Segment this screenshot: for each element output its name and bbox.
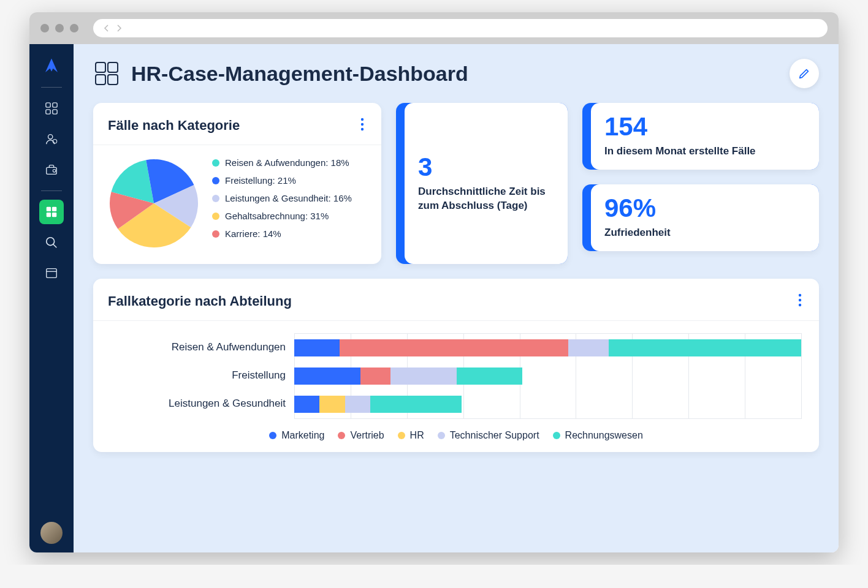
legend-label: Rechnungswesen	[565, 430, 643, 441]
card-title: Fälle nach Kategorie	[108, 118, 240, 134]
svg-point-12	[47, 238, 55, 246]
legend-swatch	[398, 432, 405, 439]
grid-icon	[45, 102, 58, 115]
logo[interactable]	[39, 54, 64, 78]
browser-chrome	[29, 12, 839, 44]
legend-item: Gehaltsabrechnung: 31%	[212, 211, 367, 221]
window-icon	[45, 266, 58, 280]
legend-item: Karriere: 14%	[212, 228, 367, 239]
divider	[41, 87, 62, 88]
edit-button[interactable]	[790, 59, 819, 88]
svg-point-20	[361, 118, 364, 121]
svg-rect-17	[108, 62, 118, 72]
close-button[interactable]	[40, 24, 49, 32]
svg-rect-19	[108, 75, 118, 85]
minimize-button[interactable]	[55, 24, 64, 32]
nav-dashboard[interactable]	[39, 96, 64, 121]
maximize-button[interactable]	[70, 24, 78, 32]
svg-rect-9	[52, 207, 56, 211]
svg-rect-14	[47, 269, 57, 278]
stats-column: 154 In diesem Monat erstellte Fälle 96% …	[582, 103, 819, 264]
bar-row	[294, 334, 801, 362]
divider	[41, 190, 62, 191]
stat-label: In diesem Monat erstellte Fälle	[604, 145, 805, 159]
svg-rect-10	[47, 213, 51, 217]
legend-swatch	[212, 230, 219, 238]
svg-rect-6	[47, 167, 57, 174]
legend-item: Leistungen & Gesundheit: 16%	[212, 193, 367, 203]
bar-segment	[568, 339, 609, 356]
legend-swatch	[212, 195, 219, 202]
bar-segment	[340, 339, 568, 356]
legend-swatch	[553, 432, 560, 439]
briefcase-icon	[45, 163, 58, 176]
bar-row	[294, 362, 801, 390]
legend-swatch	[338, 432, 345, 439]
legend-swatch	[212, 177, 219, 184]
bar-legend: MarketingVertriebHRTechnischer SupportRe…	[110, 430, 802, 441]
sidebar	[29, 44, 74, 552]
bar-body: Reisen & AufwendungenFreistellungLeistun…	[93, 321, 819, 452]
bar-row	[294, 390, 801, 418]
bar-segment	[390, 368, 457, 385]
bar-segment	[294, 396, 319, 413]
svg-point-25	[799, 304, 801, 306]
main-content: HR-Case-Management-Dashboard Fälle nach …	[74, 44, 839, 552]
legend-item: Vertrieb	[338, 430, 384, 441]
legend-swatch	[269, 432, 276, 439]
svg-point-24	[799, 299, 801, 301]
nav-users[interactable]	[39, 127, 64, 151]
stat-cases-created: 154 In diesem Monat erstellte Fälle	[582, 103, 819, 170]
card-menu-button[interactable]	[358, 115, 367, 136]
legend-label: Technischer Support	[450, 430, 539, 441]
pie-chart	[108, 157, 200, 249]
search-icon	[45, 236, 58, 249]
stat-avg-days: 3 Durchschnittliche Zeit bis zum Abschlu…	[396, 103, 568, 264]
svg-point-7	[53, 170, 56, 173]
legend-label: Marketing	[281, 430, 324, 441]
bar-chart: Reisen & AufwendungenFreistellungLeistun…	[110, 333, 802, 419]
app-body: HR-Case-Management-Dashboard Fälle nach …	[29, 44, 839, 552]
nav-search[interactable]	[39, 230, 64, 255]
app-window: HR-Case-Management-Dashboard Fälle nach …	[29, 12, 839, 552]
svg-rect-8	[47, 207, 51, 211]
svg-line-13	[53, 244, 57, 248]
legend-label: Freistellung: 21%	[225, 175, 296, 186]
stat-value: 154	[604, 114, 805, 140]
avatar[interactable]	[40, 522, 63, 544]
bar-row-label: Reisen & Aufwendungen	[110, 333, 294, 361]
svg-rect-1	[53, 103, 57, 107]
bar-segment	[319, 396, 345, 413]
address-bar[interactable]	[93, 19, 828, 37]
svg-point-22	[361, 128, 364, 130]
svg-point-4	[48, 135, 53, 139]
bar-segment	[370, 396, 462, 413]
svg-rect-3	[53, 110, 57, 114]
legend-item: Rechnungswesen	[553, 430, 643, 441]
nav-reports[interactable]	[39, 200, 64, 224]
stat-label: Zufriedenheit	[604, 226, 805, 240]
legend-swatch	[212, 159, 219, 167]
nav-cases[interactable]	[39, 157, 64, 182]
nav-forward-icon	[115, 24, 123, 32]
legend-label: Gehaltsabrechnung: 31%	[225, 211, 329, 221]
card-menu-button[interactable]	[796, 291, 804, 312]
stat-value: 3	[418, 154, 554, 180]
more-vertical-icon	[360, 118, 364, 131]
bar-segment	[294, 339, 340, 356]
legend-item: Technischer Support	[438, 430, 539, 441]
bar-segment	[457, 368, 523, 385]
nav-apps[interactable]	[39, 261, 64, 285]
bar-segment	[345, 396, 370, 413]
bar-row-label: Leistungen & Gesundheit	[110, 390, 294, 418]
legend-item: HR	[398, 430, 424, 441]
page-title: HR-Case-Management-Dashboard	[131, 62, 468, 86]
legend-label: Leistungen & Gesundheit: 16%	[225, 193, 352, 203]
svg-rect-2	[46, 110, 50, 114]
svg-rect-11	[52, 213, 56, 217]
legend-item: Reisen & Aufwendungen: 18%	[212, 157, 367, 168]
legend-item: Freistellung: 21%	[212, 175, 367, 186]
stat-satisfaction: 96% Zufriedenheit	[582, 184, 819, 251]
stat-label: Durchschnittliche Zeit bis zum Abschluss…	[418, 185, 554, 213]
stat-value: 96%	[604, 195, 805, 221]
